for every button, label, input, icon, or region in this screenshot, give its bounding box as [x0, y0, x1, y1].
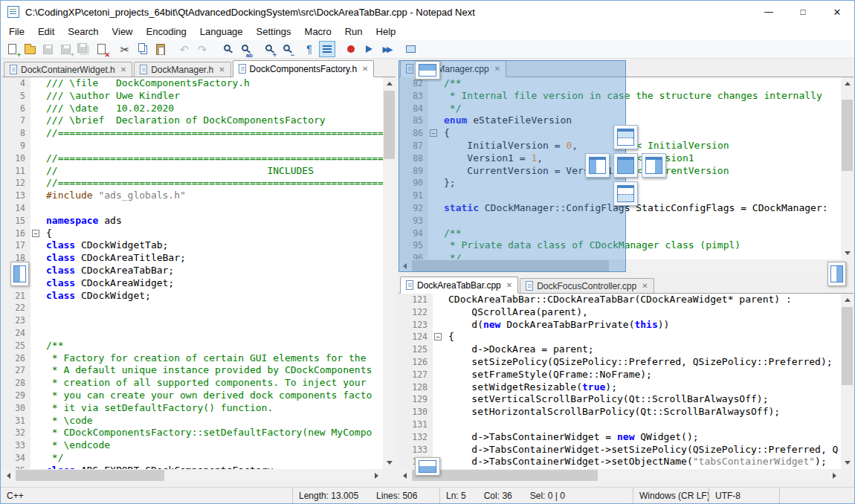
- code-text[interactable]: CDockAreaTabBar::CDockAreaTabBar(CDockAr…: [445, 294, 841, 306]
- menu-encoding[interactable]: Encoding: [140, 24, 193, 39]
- editor-dock-components-factory[interactable]: 4/// \file DockComponentsFactory.h5/// \…: [2, 77, 383, 469]
- tab-close-icon[interactable]: ✕: [642, 282, 648, 290]
- line-number[interactable]: 123: [399, 319, 433, 332]
- line-number[interactable]: 27: [2, 364, 30, 377]
- line-number[interactable]: 33: [2, 439, 30, 452]
- save-copy-button[interactable]: +: [57, 41, 74, 57]
- code-text[interactable]: setVerticalScrollBarPolicy(Qt::ScrollBar…: [445, 393, 841, 406]
- vertical-scrollbar[interactable]: [841, 294, 854, 469]
- record-macro-button[interactable]: [343, 41, 359, 57]
- scroll-down-button[interactable]: [383, 456, 396, 469]
- minimize-button[interactable]: —: [752, 1, 786, 23]
- line-number[interactable]: 32: [2, 427, 30, 439]
- vertical-scrollbar[interactable]: [841, 77, 854, 259]
- status-document-size[interactable]: Length: 13.005 Lines: 506: [292, 488, 439, 503]
- open-file-button[interactable]: [22, 41, 38, 57]
- menu-edit[interactable]: Edit: [31, 24, 61, 39]
- save-file-button[interactable]: [39, 41, 56, 57]
- code-text[interactable]: [42, 302, 383, 314]
- tab-close-icon[interactable]: ✕: [120, 65, 126, 74]
- line-number[interactable]: 21: [2, 290, 30, 303]
- tab-dockmanager-h[interactable]: DockManager.h✕: [134, 62, 230, 77]
- line-number[interactable]: 129: [399, 393, 433, 406]
- code-text[interactable]: /// \file DockComponentsFactory.h: [42, 77, 383, 90]
- menu-run[interactable]: Run: [338, 24, 370, 39]
- code-text[interactable]: //======================================…: [42, 152, 383, 165]
- scroll-up-button[interactable]: [841, 294, 854, 306]
- playback-macro-button[interactable]: [361, 41, 377, 57]
- code-text[interactable]: d(new DockAreaTabBarPrivate(this)): [445, 319, 841, 332]
- code-text[interactable]: /**: [42, 340, 383, 352]
- run-macro-multiple-button[interactable]: ▶▶: [378, 41, 395, 57]
- word-wrap-button[interactable]: [319, 41, 335, 57]
- cut-button[interactable]: ✂: [117, 41, 133, 57]
- line-number[interactable]: 31: [2, 415, 30, 427]
- vertical-scrollbar-thumb[interactable]: [842, 100, 853, 171]
- menu-search[interactable]: Search: [61, 24, 105, 39]
- code-text[interactable]: /// \author Uwe Kindler: [42, 90, 383, 103]
- menu-view[interactable]: View: [106, 24, 140, 39]
- code-text[interactable]: //======================================…: [42, 127, 383, 140]
- code-text[interactable]: * \endcode: [42, 439, 383, 452]
- vertical-scrollbar-thumb[interactable]: [384, 91, 395, 159]
- tab-dockcomponentsfactory-h[interactable]: DockComponentsFactory.h✕: [233, 60, 375, 77]
- vertical-scrollbar[interactable]: [383, 77, 396, 469]
- tab-close-icon[interactable]: ✕: [362, 65, 368, 73]
- show-all-characters-button[interactable]: ¶: [301, 41, 317, 57]
- code-text[interactable]: class CDockWidgetTab;: [42, 239, 383, 252]
- line-number[interactable]: 9: [2, 140, 30, 152]
- code-text[interactable]: * \code: [42, 415, 383, 427]
- code-text[interactable]: class CDockAreaWidget;: [42, 277, 383, 290]
- code-text[interactable]: d->DockArea = parent;: [445, 343, 841, 356]
- code-text[interactable]: /// \brief Declaration of DockComponents…: [42, 114, 383, 127]
- zoom-in-button[interactable]: +: [259, 41, 276, 57]
- line-number[interactable]: 23: [2, 314, 30, 327]
- line-number[interactable]: 29: [2, 390, 30, 402]
- code-text[interactable]: namespace ads: [42, 215, 383, 227]
- scroll-right-button[interactable]: [370, 469, 383, 482]
- status-cursor-position[interactable]: Ln: 5 Col: 36 Sel: 0 | 0: [439, 488, 633, 503]
- drop-indicator-area-right[interactable]: [642, 153, 666, 178]
- undo-button[interactable]: ↶: [176, 41, 193, 57]
- line-number[interactable]: 11: [2, 165, 30, 178]
- status-eol-format[interactable]: Windows (CR LF): [633, 488, 709, 503]
- code-text[interactable]: * you can create your own derived dock c…: [42, 390, 383, 402]
- drop-indicator-area-top[interactable]: [613, 125, 638, 149]
- zoom-out-button[interactable]: −: [277, 41, 294, 57]
- code-text[interactable]: */: [42, 452, 383, 465]
- code-text[interactable]: /// \date 10.02.2020: [42, 103, 383, 115]
- code-text[interactable]: * A default unique instance provided by …: [42, 364, 383, 377]
- focus-mode-button[interactable]: [402, 41, 419, 57]
- line-number[interactable]: 26: [2, 352, 30, 365]
- menu-settings[interactable]: Settings: [250, 24, 298, 39]
- code-text[interactable]: {: [42, 227, 383, 240]
- line-number[interactable]: 12: [2, 177, 30, 190]
- line-number[interactable]: 30: [2, 402, 30, 415]
- scroll-down-button[interactable]: [841, 456, 854, 469]
- scroll-left-button[interactable]: [399, 469, 411, 482]
- drop-indicator-area-left[interactable]: [585, 153, 610, 178]
- status-language[interactable]: C++: [1, 488, 292, 503]
- line-number[interactable]: 17: [2, 239, 30, 252]
- code-text[interactable]: class CDockAreaTitleBar;: [42, 252, 383, 265]
- find-button[interactable]: [218, 41, 234, 57]
- line-number[interactable]: 8: [2, 127, 30, 140]
- scroll-down-button[interactable]: [841, 247, 854, 259]
- line-number[interactable]: 28: [2, 377, 30, 390]
- line-number[interactable]: 132: [399, 431, 433, 444]
- tab-close-icon[interactable]: ✕: [506, 281, 512, 289]
- code-text[interactable]: d->TabsContainerWidget = new QWidget();: [445, 431, 841, 444]
- line-number[interactable]: 127: [399, 369, 433, 381]
- code-text[interactable]: setWidgetResizable(true);: [445, 381, 841, 394]
- status-encoding[interactable]: UTF-8: [709, 488, 779, 503]
- code-text[interactable]: [42, 202, 383, 215]
- close-file-button[interactable]: ✕: [93, 41, 109, 57]
- line-number[interactable]: 126: [399, 356, 433, 369]
- tab-dockcontainerwidget-h[interactable]: DockContainerWidget.h✕: [4, 62, 132, 77]
- replace-button[interactable]: ab: [236, 41, 252, 57]
- line-number[interactable]: 131: [399, 419, 433, 431]
- close-button[interactable]: ✕: [820, 1, 854, 23]
- line-number[interactable]: 24: [2, 327, 30, 340]
- line-number[interactable]: 121: [399, 294, 433, 306]
- drop-indicator-bottom-edge[interactable]: [415, 457, 440, 476]
